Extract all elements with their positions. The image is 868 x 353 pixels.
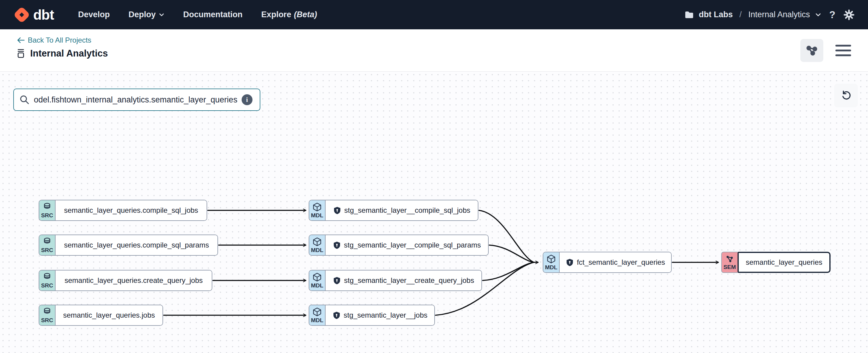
chevron-down-icon [159,12,164,18]
graph-node-src_compile_sql_params[interactable]: SRCsemantic_layer_queries.compile_sql_pa… [39,235,218,256]
brand-text: dbt [33,7,54,23]
top-navbar: dbt Develop Deploy Documentation Explore… [0,0,868,29]
node-label: semantic_layer_queries.create_query_jobs [65,276,203,285]
nav-items: Develop Deploy Documentation Explore (Be… [78,10,317,19]
info-icon[interactable]: i [242,94,252,105]
node-label: stg_semantic_layer__jobs [344,311,428,319]
shield-icon [333,206,341,214]
dbt-logo-icon [13,6,30,23]
back-to-projects-link[interactable]: Back To All Projects [17,36,91,45]
back-arrow-icon [17,37,25,43]
node-badge-label: SRC [41,247,53,254]
page-title: Internal Analytics [16,48,108,59]
node-body: stg_semantic_layer__compile_sql_params [326,235,488,255]
beta-tag: (Beta) [294,10,317,19]
node-label: semantic_layer_queries.compile_sql_jobs [64,206,198,214]
node-body: semantic_layer_queries.compile_sql_jobs [56,200,207,220]
help-icon[interactable]: ? [829,9,835,21]
node-body: semantic_layer_queries [738,252,831,273]
account-breadcrumb: dbt Labs / Internal Analytics [684,10,822,20]
database-icon: SRC [39,200,56,220]
node-label: stg_semantic_layer__compile_sql_params [344,241,481,249]
node-body: fct_semantic_layer_queries [560,252,671,272]
folder-icon [684,10,694,20]
lineage-edge [489,245,534,262]
cube-icon: MDL [309,235,326,255]
header-actions [800,39,851,62]
project-selector[interactable]: Internal Analytics [748,10,810,19]
graph-node-stg_compile_sql_jobs[interactable]: MDLstg_semantic_layer__compile_sql_jobs [309,200,478,221]
node-body: semantic_layer_queries.compile_sql_param… [56,235,217,255]
node-label: semantic_layer_queries [746,258,822,267]
node-badge-label: MDL [545,264,557,271]
lineage-icon [805,44,818,57]
node-badge-label: MDL [311,317,323,324]
nav-item-develop[interactable]: Develop [78,10,110,19]
graph-node-stg_create_query_jobs[interactable]: MDLstg_semantic_layer__create_query_jobs [309,270,482,291]
node-label: stg_semantic_layer__create_query_jobs [344,276,474,285]
node-badge-label: MDL [311,247,323,254]
cube-icon: MDL [543,252,560,272]
graph-node-stg_jobs[interactable]: MDLstg_semantic_layer__jobs [309,305,435,326]
reset-icon [840,89,852,101]
node-badge-label: MDL [311,282,323,289]
shield-icon [333,311,341,319]
dbt-logo[interactable]: dbt [13,6,54,23]
nav-item-deploy[interactable]: Deploy [129,10,164,19]
project-icon [16,48,26,59]
cube-icon: MDL [309,305,326,325]
settings-gear-icon[interactable] [843,9,855,21]
graph-node-src_compile_sql_jobs[interactable]: SRCsemantic_layer_queries.compile_sql_jo… [39,200,207,221]
node-badge-label: SRC [41,282,53,289]
database-icon: SRC [39,235,56,255]
shield-icon [566,258,574,267]
database-icon: SRC [39,270,56,290]
shield-icon [333,241,341,249]
shield-icon [333,276,341,285]
node-body: stg_semantic_layer__jobs [326,305,434,325]
chevron-down-icon[interactable] [815,11,822,18]
nav-item-documentation[interactable]: Documentation [183,10,243,19]
node-body: semantic_layer_queries.jobs [56,305,162,325]
node-label: semantic_layer_queries.compile_sql_param… [64,241,209,249]
lineage-view-button[interactable] [800,39,823,62]
node-body: semantic_layer_queries.create_query_jobs [56,270,212,290]
semantic-icon: SEM [721,252,738,273]
graph-node-fct_semantic_layer_queries[interactable]: MDLfct_semantic_layer_queries [543,252,672,273]
breadcrumb-separator: / [739,10,742,19]
nav-item-explore[interactable]: Explore (Beta) [261,10,317,19]
node-badge-label: SRC [41,317,53,324]
database-icon: SRC [39,305,56,325]
cube-icon: MDL [309,200,326,220]
lineage-canvas[interactable]: odel.fishtown_internal_analytics.semanti… [0,71,868,353]
lineage-search-input[interactable]: odel.fishtown_internal_analytics.semanti… [13,89,260,111]
hamburger-menu-icon[interactable] [835,45,851,56]
node-body: stg_semantic_layer__compile_sql_jobs [326,200,478,220]
node-badge-label: SRC [41,212,53,219]
node-label: stg_semantic_layer__compile_sql_jobs [344,206,470,214]
node-body: stg_semantic_layer__create_query_jobs [326,270,482,290]
graph-node-sem_semantic_layer_queries[interactable]: SEMsemantic_layer_queries [721,252,831,273]
search-value: odel.fishtown_internal_analytics.semanti… [34,95,238,105]
graph-node-src_jobs[interactable]: SRCsemantic_layer_queries.jobs [39,305,163,326]
page-header: Back To All Projects Internal Analytics [0,29,868,71]
graph-node-stg_compile_sql_params[interactable]: MDLstg_semantic_layer__compile_sql_param… [309,235,489,256]
account-name[interactable]: dbt Labs [699,10,733,19]
node-badge-label: SEM [723,264,736,270]
lineage-edge [483,262,534,281]
node-badge-label: MDL [311,212,323,219]
graph-node-src_create_query_jobs[interactable]: SRCsemantic_layer_queries.create_query_j… [39,270,212,291]
node-label: semantic_layer_queries.jobs [63,311,155,319]
search-icon [19,95,30,105]
cube-icon: MDL [309,270,326,290]
node-label: fct_semantic_layer_queries [577,258,665,267]
reset-view-button[interactable] [834,84,858,107]
